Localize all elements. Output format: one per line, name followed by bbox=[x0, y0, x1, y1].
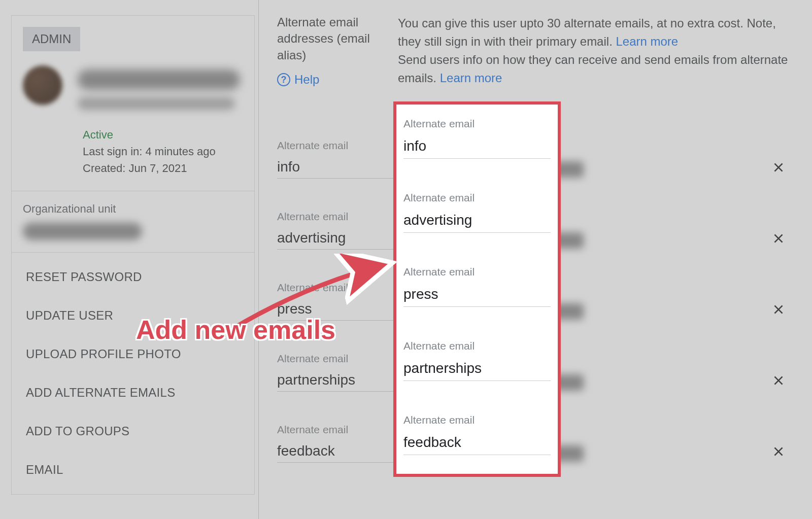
created-date: Created: Jun 7, 2021 bbox=[83, 160, 254, 177]
user-name-redacted bbox=[78, 70, 240, 90]
annotation-text: Add new emails bbox=[136, 315, 335, 345]
alias-field-label: Alternate email bbox=[403, 340, 551, 352]
remove-alias-button[interactable] bbox=[768, 228, 789, 249]
help-label: Help bbox=[294, 73, 319, 87]
sidebar-actions: RESET PASSWORD UPDATE USER UPLOAD PROFIL… bbox=[12, 253, 254, 494]
status-badge: Active bbox=[83, 126, 254, 143]
user-sidebar: ADMIN Active Last sign in: 4 minutes ago… bbox=[0, 0, 259, 519]
user-meta: Active Last sign in: 4 minutes ago Creat… bbox=[83, 126, 254, 177]
action-add-alternate-emails[interactable]: ADD ALTERNATE EMAILS bbox=[12, 373, 254, 412]
remove-alias-button[interactable] bbox=[768, 370, 789, 391]
sidebar-card: ADMIN Active Last sign in: 4 minutes ago… bbox=[11, 15, 255, 495]
close-icon bbox=[772, 445, 785, 458]
learn-more-2[interactable]: Learn more bbox=[440, 71, 502, 85]
help-icon: ? bbox=[277, 73, 290, 86]
alias-input[interactable] bbox=[403, 432, 551, 455]
org-unit-label: Organizational unit bbox=[23, 202, 243, 216]
remove-alias-button[interactable] bbox=[768, 441, 789, 462]
alias-input[interactable] bbox=[403, 136, 551, 159]
alias-input[interactable] bbox=[403, 210, 551, 233]
admin-badge: ADMIN bbox=[23, 27, 80, 51]
close-icon bbox=[772, 374, 785, 387]
alias-input[interactable] bbox=[403, 284, 551, 307]
action-reset-password[interactable]: RESET PASSWORD bbox=[12, 258, 254, 296]
avatar bbox=[23, 65, 62, 105]
remove-alias-button[interactable] bbox=[768, 299, 789, 320]
pane-title: Alternate email addresses (email alias) bbox=[277, 14, 394, 63]
org-unit-value-redacted bbox=[23, 223, 142, 240]
action-add-to-groups[interactable]: ADD TO GROUPS bbox=[12, 412, 254, 451]
org-unit-section: Organizational unit bbox=[12, 191, 254, 252]
learn-more-1[interactable]: Learn more bbox=[616, 34, 678, 48]
close-icon bbox=[772, 303, 785, 316]
close-icon bbox=[772, 161, 785, 174]
alias-field-label: Alternate email bbox=[403, 118, 551, 130]
alias-field-label: Alternate email bbox=[403, 266, 551, 278]
alias-field-label: Alternate email bbox=[403, 414, 551, 426]
action-email[interactable]: EMAIL bbox=[12, 451, 254, 489]
last-sign-in: Last sign in: 4 minutes ago bbox=[83, 143, 254, 160]
remove-alias-button[interactable] bbox=[768, 157, 789, 178]
pane-description: You can give this user upto 30 alternate… bbox=[394, 14, 794, 87]
alias-input[interactable] bbox=[403, 358, 551, 381]
close-icon bbox=[772, 232, 785, 245]
user-email-redacted bbox=[78, 97, 235, 110]
highlight-box: Alternate email Alternate email Alternat… bbox=[393, 101, 561, 477]
help-link[interactable]: ? Help bbox=[277, 73, 394, 87]
alias-field-label: Alternate email bbox=[403, 192, 551, 204]
profile-row bbox=[12, 51, 254, 110]
